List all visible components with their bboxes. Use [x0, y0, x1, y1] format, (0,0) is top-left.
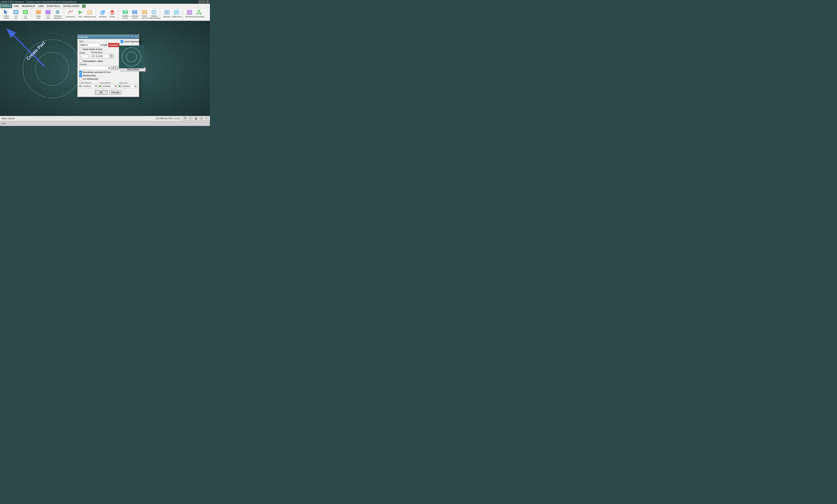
- dialog-ok-button[interactable]: OK: [95, 90, 107, 95]
- menu-cad[interactable]: CAD: [12, 4, 20, 8]
- dialog-close-button[interactable]: ✕: [135, 35, 138, 38]
- dialog-buttons-row: OK Peruuta: [79, 89, 137, 95]
- toolbar-ruled-label: Ruled3D-5X: [142, 15, 147, 19]
- minimize-button[interactable]: ─: [199, 0, 201, 3]
- laatu-muu-dot: [119, 85, 120, 87]
- toolbar-organisaatio-label: Organisaatio: [194, 16, 204, 18]
- statusbar-icon-2[interactable]: ▦: [194, 117, 198, 121]
- dialog-kayransovitus-row: Käyränsovitus: [79, 74, 119, 77]
- statusbar-coords: 239.4689,46.7794 <-1101->: [156, 118, 181, 120]
- toolbar-pika[interactable]: Pika: [75, 8, 85, 20]
- dialog-date-input[interactable]: [91, 54, 110, 58]
- menu-igems[interactable]: iGEMS ▾: [0, 4, 12, 8]
- toolbar-luo-osa[interactable]: LuoOsa: [21, 8, 30, 20]
- toolbar-merkitseminen[interactable]: ✎ Merkitseminen: [85, 8, 94, 20]
- dialog-lisaa-row: Lisää Organisojaan: [121, 40, 146, 43]
- dialog-geometrian-label: Geometrian optimointi 0.9 mm: [83, 71, 111, 73]
- toolbar-maari-2d[interactable]: Määritä Määritä2D-5X: [121, 8, 130, 20]
- dialog-maara-input[interactable]: [79, 54, 89, 59]
- toolbar-valitse-label: ValitseAsetus: [3, 15, 9, 19]
- svg-point-28: [152, 10, 156, 14]
- dialog-filter-button[interactable]: Suodatin: [108, 43, 119, 47]
- dialog-laatu-ulkoinen-select[interactable]: Keskilaatu: [82, 84, 98, 88]
- menu-muokkaus[interactable]: MUOKKAUS: [20, 4, 37, 8]
- dialog-luo-leikkausrata-checkbox[interactable]: [79, 77, 82, 80]
- dialog-automaattinen-row: Automaattinen määrä: [79, 60, 119, 62]
- statusbar-icon-4[interactable]: ✕: [205, 117, 209, 121]
- toolbar-tac[interactable]: TAC TACOsa: [43, 8, 53, 20]
- dialog-laatu-muu-select[interactable]: Keskilaatu: [121, 84, 137, 88]
- dialog-laatu-sisainen-col: Laatu sisäinen Keskilaatu: [99, 82, 118, 88]
- toolbar-jarjestys[interactable]: Järjestys: [162, 8, 172, 20]
- dialog-luo-leikkausrata-label: Luo leikkausrata: [83, 78, 98, 80]
- statusbar-icon-1[interactable]: ⊡: [189, 117, 192, 121]
- cut3d-icon: 3D-5X: [131, 9, 138, 15]
- dialog-laatu-muu-select-wrap: Keskilaatu: [119, 84, 137, 88]
- toolbar-muotoviiva[interactable]: Muotoviiva: [66, 8, 75, 20]
- dialog-right-col: Lisää Organisojaan Muut kohteet: [121, 40, 146, 81]
- toolbar-poista[interactable]: Poista: [108, 8, 117, 20]
- dialog-lisaa-checkbox[interactable]: [121, 40, 123, 43]
- statusbar-help-icon[interactable]: ?: [183, 117, 187, 121]
- dialog-asiakas-row: Asiakas + −: [79, 63, 119, 70]
- menu-sijoittelu[interactable]: SIJOITTELU: [45, 4, 61, 8]
- svg-marker-18: [103, 10, 105, 13]
- toolbar-luo-osa-label: LuoOsa: [24, 15, 27, 19]
- dialog-geometrian-row: Geometrian optimointi 0.9 mm: [79, 71, 119, 74]
- dialog-asiakas-add-button[interactable]: +: [111, 66, 115, 70]
- dialog-date-picker-button[interactable]: ▼: [110, 54, 114, 58]
- svg-point-51: [31, 48, 73, 90]
- order-icon: [163, 9, 170, 16]
- toolbar-poista-label: Poista: [109, 16, 115, 18]
- statusbar-icon-3[interactable]: ⊞: [199, 117, 203, 121]
- svg-text:TAC: TAC: [46, 12, 50, 13]
- dialog-automaattinen-label: Automaattinen määrä: [83, 60, 103, 62]
- toolbar-tyokalu[interactable]: Työkalunasetukset: [53, 8, 62, 20]
- toolbar-laatu[interactable]: Aa LaatuOsa: [34, 8, 43, 20]
- menu-sovellukset[interactable]: SOVELLUKSET: [61, 4, 82, 8]
- dialog-asiakas-input-row: + −: [79, 66, 119, 70]
- dialog-maara-date-row: Määrä Päivämäärä ▼: [79, 51, 119, 59]
- dialog-asiakas-select[interactable]: [79, 66, 111, 70]
- svg-marker-14: [78, 11, 82, 14]
- toolbar-leikkaus-3d[interactable]: 3D-5X Leikkaus3D-5X: [130, 8, 139, 20]
- dialog-kayta-checkbox[interactable]: [79, 48, 82, 51]
- toolbar-sep-1: [32, 9, 32, 20]
- toolbar-tyokalu-label: Työkalunasetukset: [54, 15, 62, 19]
- toolbar-luo-levy-label: LuoLevy: [14, 15, 18, 19]
- dialog-peruuta-button[interactable]: Peruuta: [109, 90, 122, 95]
- toolbar-sep-5: [160, 9, 161, 20]
- toolbar-luo-levy[interactable]: LuoLevy: [11, 8, 20, 20]
- toolbar-valitse[interactable]: ValitseAsetus: [2, 8, 11, 20]
- toolbar-laatu-label: LaatuOsa: [36, 15, 41, 19]
- laatu-sisainen-dot: [99, 85, 101, 87]
- dialog-nimi-number: # 2695: [101, 44, 107, 46]
- dialog-help-button[interactable]: ?: [130, 35, 134, 38]
- titlebar: iGEMS R2017 Nimetön4 - <Stainless Steel …: [0, 0, 210, 4]
- toolbar-pika-label: Pika: [78, 16, 82, 18]
- refresh-button[interactable]: ↺: [82, 4, 86, 8]
- toolbar-rekisteri[interactable]: Rekisteröi: [185, 8, 194, 20]
- toolbar-leikkuurata-btn[interactable]: Leikkuurata: [172, 8, 181, 20]
- delete-icon: [109, 9, 115, 16]
- dialog-nimi-input[interactable]: [79, 43, 100, 47]
- dialog-geometrian-checkbox[interactable]: [79, 71, 82, 74]
- dialog-automaattinen-checkbox[interactable]: [79, 60, 82, 62]
- dialog-kayransovitus-checkbox[interactable]: [79, 74, 82, 77]
- toolbar-muokkaa[interactable]: Muokkaa: [98, 8, 107, 20]
- canvas-drawing: [21, 38, 84, 101]
- dialog-maara-group: Määrä: [79, 52, 89, 59]
- menu-cam[interactable]: CAM: [37, 4, 45, 8]
- toolbar-maari-2d-label: Määritä2D-5X: [122, 15, 128, 19]
- close-button[interactable]: ✕: [206, 0, 209, 3]
- toolbar-organisaatio[interactable]: Organisaatio: [194, 8, 203, 20]
- titlebar-title: iGEMS R2017 Nimetön4 - <Stainless Steel …: [1, 1, 77, 3]
- dialog-body: Nimi # 2695 Suodatin Käytä tekstiä nimen…: [77, 39, 139, 97]
- toolbar-putkenleikkaus[interactable]: MääritäPutkenleikkaus: [149, 8, 159, 20]
- toolbar-group-muokkaa: Muokkaa Poista: [97, 8, 118, 20]
- svg-text:Ruled: Ruled: [143, 12, 146, 13]
- maximize-button[interactable]: □: [202, 0, 205, 3]
- dialog-laatu-sisainen-select[interactable]: Keskilaatu: [101, 84, 118, 88]
- dialog-left-col: Nimi # 2695 Suodatin Käytä tekstiä nimen…: [79, 40, 119, 81]
- svg-point-56: [126, 52, 137, 62]
